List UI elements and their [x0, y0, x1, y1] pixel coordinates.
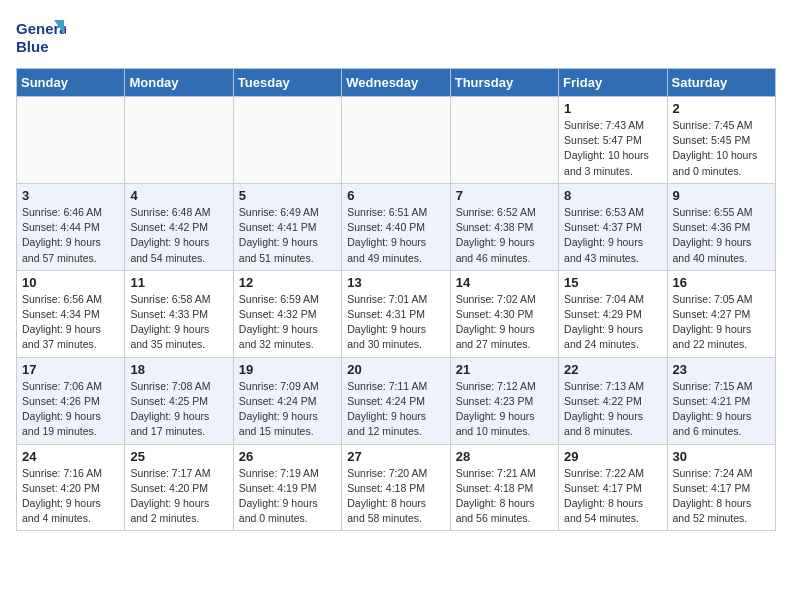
weekday-header: Monday	[125, 69, 233, 97]
day-info: Sunrise: 7:20 AM Sunset: 4:18 PM Dayligh…	[347, 466, 444, 527]
logo: GeneralBlue	[16, 16, 66, 58]
calendar-week-row: 10Sunrise: 6:56 AM Sunset: 4:34 PM Dayli…	[17, 270, 776, 357]
calendar-week-row: 24Sunrise: 7:16 AM Sunset: 4:20 PM Dayli…	[17, 444, 776, 531]
day-info: Sunrise: 7:02 AM Sunset: 4:30 PM Dayligh…	[456, 292, 553, 353]
calendar-week-row: 1Sunrise: 7:43 AM Sunset: 5:47 PM Daylig…	[17, 97, 776, 184]
calendar-cell: 3Sunrise: 6:46 AM Sunset: 4:44 PM Daylig…	[17, 183, 125, 270]
day-number: 15	[564, 275, 661, 290]
day-number: 22	[564, 362, 661, 377]
calendar-cell: 19Sunrise: 7:09 AM Sunset: 4:24 PM Dayli…	[233, 357, 341, 444]
calendar-week-row: 17Sunrise: 7:06 AM Sunset: 4:26 PM Dayli…	[17, 357, 776, 444]
day-info: Sunrise: 7:08 AM Sunset: 4:25 PM Dayligh…	[130, 379, 227, 440]
calendar-cell: 11Sunrise: 6:58 AM Sunset: 4:33 PM Dayli…	[125, 270, 233, 357]
calendar-cell	[450, 97, 558, 184]
day-info: Sunrise: 7:13 AM Sunset: 4:22 PM Dayligh…	[564, 379, 661, 440]
day-number: 27	[347, 449, 444, 464]
day-info: Sunrise: 7:24 AM Sunset: 4:17 PM Dayligh…	[673, 466, 770, 527]
calendar-cell: 4Sunrise: 6:48 AM Sunset: 4:42 PM Daylig…	[125, 183, 233, 270]
calendar-cell: 18Sunrise: 7:08 AM Sunset: 4:25 PM Dayli…	[125, 357, 233, 444]
calendar-cell: 8Sunrise: 6:53 AM Sunset: 4:37 PM Daylig…	[559, 183, 667, 270]
day-info: Sunrise: 6:52 AM Sunset: 4:38 PM Dayligh…	[456, 205, 553, 266]
day-number: 11	[130, 275, 227, 290]
day-info: Sunrise: 6:58 AM Sunset: 4:33 PM Dayligh…	[130, 292, 227, 353]
day-info: Sunrise: 7:19 AM Sunset: 4:19 PM Dayligh…	[239, 466, 336, 527]
day-number: 19	[239, 362, 336, 377]
day-info: Sunrise: 6:59 AM Sunset: 4:32 PM Dayligh…	[239, 292, 336, 353]
calendar-cell: 6Sunrise: 6:51 AM Sunset: 4:40 PM Daylig…	[342, 183, 450, 270]
weekday-header: Saturday	[667, 69, 775, 97]
calendar-cell: 15Sunrise: 7:04 AM Sunset: 4:29 PM Dayli…	[559, 270, 667, 357]
day-number: 17	[22, 362, 119, 377]
calendar-cell: 17Sunrise: 7:06 AM Sunset: 4:26 PM Dayli…	[17, 357, 125, 444]
day-number: 16	[673, 275, 770, 290]
calendar-cell: 7Sunrise: 6:52 AM Sunset: 4:38 PM Daylig…	[450, 183, 558, 270]
day-info: Sunrise: 7:45 AM Sunset: 5:45 PM Dayligh…	[673, 118, 770, 179]
calendar-cell: 22Sunrise: 7:13 AM Sunset: 4:22 PM Dayli…	[559, 357, 667, 444]
calendar-cell: 9Sunrise: 6:55 AM Sunset: 4:36 PM Daylig…	[667, 183, 775, 270]
day-info: Sunrise: 7:06 AM Sunset: 4:26 PM Dayligh…	[22, 379, 119, 440]
day-info: Sunrise: 7:22 AM Sunset: 4:17 PM Dayligh…	[564, 466, 661, 527]
weekday-header: Wednesday	[342, 69, 450, 97]
calendar-cell: 13Sunrise: 7:01 AM Sunset: 4:31 PM Dayli…	[342, 270, 450, 357]
day-number: 4	[130, 188, 227, 203]
calendar-week-row: 3Sunrise: 6:46 AM Sunset: 4:44 PM Daylig…	[17, 183, 776, 270]
day-number: 9	[673, 188, 770, 203]
calendar-cell: 10Sunrise: 6:56 AM Sunset: 4:34 PM Dayli…	[17, 270, 125, 357]
weekday-header: Tuesday	[233, 69, 341, 97]
calendar-cell: 14Sunrise: 7:02 AM Sunset: 4:30 PM Dayli…	[450, 270, 558, 357]
day-number: 6	[347, 188, 444, 203]
day-number: 20	[347, 362, 444, 377]
calendar-cell	[125, 97, 233, 184]
calendar-cell	[233, 97, 341, 184]
calendar-cell: 23Sunrise: 7:15 AM Sunset: 4:21 PM Dayli…	[667, 357, 775, 444]
calendar-table: SundayMondayTuesdayWednesdayThursdayFrid…	[16, 68, 776, 531]
day-info: Sunrise: 7:01 AM Sunset: 4:31 PM Dayligh…	[347, 292, 444, 353]
day-number: 2	[673, 101, 770, 116]
day-info: Sunrise: 7:04 AM Sunset: 4:29 PM Dayligh…	[564, 292, 661, 353]
calendar-cell: 30Sunrise: 7:24 AM Sunset: 4:17 PM Dayli…	[667, 444, 775, 531]
day-info: Sunrise: 7:16 AM Sunset: 4:20 PM Dayligh…	[22, 466, 119, 527]
day-number: 13	[347, 275, 444, 290]
day-number: 18	[130, 362, 227, 377]
day-number: 14	[456, 275, 553, 290]
day-info: Sunrise: 7:43 AM Sunset: 5:47 PM Dayligh…	[564, 118, 661, 179]
day-number: 12	[239, 275, 336, 290]
day-info: Sunrise: 7:12 AM Sunset: 4:23 PM Dayligh…	[456, 379, 553, 440]
day-number: 23	[673, 362, 770, 377]
calendar-cell: 27Sunrise: 7:20 AM Sunset: 4:18 PM Dayli…	[342, 444, 450, 531]
calendar-cell: 2Sunrise: 7:45 AM Sunset: 5:45 PM Daylig…	[667, 97, 775, 184]
day-info: Sunrise: 7:09 AM Sunset: 4:24 PM Dayligh…	[239, 379, 336, 440]
day-number: 24	[22, 449, 119, 464]
calendar-cell: 25Sunrise: 7:17 AM Sunset: 4:20 PM Dayli…	[125, 444, 233, 531]
day-info: Sunrise: 6:48 AM Sunset: 4:42 PM Dayligh…	[130, 205, 227, 266]
day-number: 25	[130, 449, 227, 464]
day-info: Sunrise: 6:51 AM Sunset: 4:40 PM Dayligh…	[347, 205, 444, 266]
day-number: 3	[22, 188, 119, 203]
day-info: Sunrise: 7:05 AM Sunset: 4:27 PM Dayligh…	[673, 292, 770, 353]
day-number: 10	[22, 275, 119, 290]
calendar-cell: 29Sunrise: 7:22 AM Sunset: 4:17 PM Dayli…	[559, 444, 667, 531]
calendar-cell: 5Sunrise: 6:49 AM Sunset: 4:41 PM Daylig…	[233, 183, 341, 270]
day-number: 7	[456, 188, 553, 203]
weekday-header-row: SundayMondayTuesdayWednesdayThursdayFrid…	[17, 69, 776, 97]
calendar-cell: 21Sunrise: 7:12 AM Sunset: 4:23 PM Dayli…	[450, 357, 558, 444]
day-number: 5	[239, 188, 336, 203]
day-info: Sunrise: 6:53 AM Sunset: 4:37 PM Dayligh…	[564, 205, 661, 266]
day-number: 30	[673, 449, 770, 464]
day-info: Sunrise: 7:21 AM Sunset: 4:18 PM Dayligh…	[456, 466, 553, 527]
calendar-cell: 28Sunrise: 7:21 AM Sunset: 4:18 PM Dayli…	[450, 444, 558, 531]
weekday-header: Thursday	[450, 69, 558, 97]
calendar-cell	[17, 97, 125, 184]
day-info: Sunrise: 6:56 AM Sunset: 4:34 PM Dayligh…	[22, 292, 119, 353]
day-info: Sunrise: 6:46 AM Sunset: 4:44 PM Dayligh…	[22, 205, 119, 266]
day-number: 8	[564, 188, 661, 203]
day-info: Sunrise: 6:55 AM Sunset: 4:36 PM Dayligh…	[673, 205, 770, 266]
calendar-cell: 20Sunrise: 7:11 AM Sunset: 4:24 PM Dayli…	[342, 357, 450, 444]
day-info: Sunrise: 7:15 AM Sunset: 4:21 PM Dayligh…	[673, 379, 770, 440]
calendar-cell: 16Sunrise: 7:05 AM Sunset: 4:27 PM Dayli…	[667, 270, 775, 357]
day-number: 21	[456, 362, 553, 377]
day-number: 1	[564, 101, 661, 116]
calendar-cell	[342, 97, 450, 184]
weekday-header: Friday	[559, 69, 667, 97]
calendar-cell: 24Sunrise: 7:16 AM Sunset: 4:20 PM Dayli…	[17, 444, 125, 531]
